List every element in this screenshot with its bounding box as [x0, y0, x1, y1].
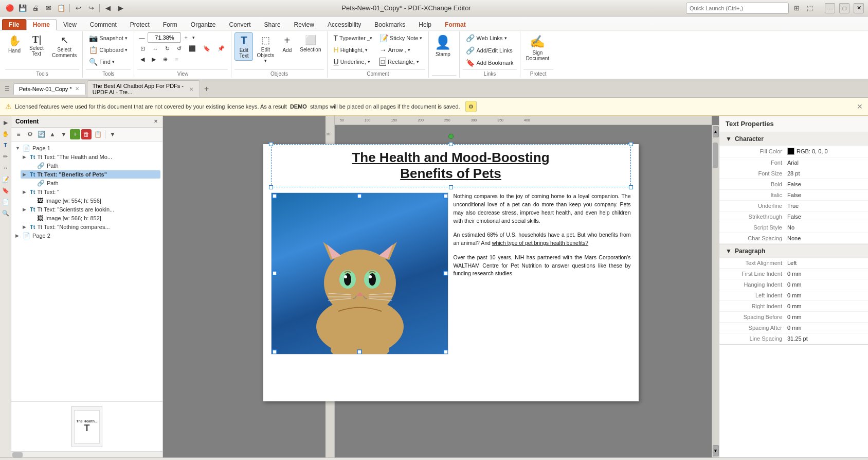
content-panel-scrollbar[interactable]	[11, 451, 162, 457]
sticky-note-button[interactable]: 📝 Sticky Note ▾	[376, 32, 426, 44]
tab-comment[interactable]: Comment	[83, 19, 123, 30]
tree-image-1[interactable]: 🖼 Image [w: 554; h: 556]	[28, 196, 160, 205]
forward-button[interactable]: ▶	[115, 3, 126, 14]
quick-launch-input[interactable]	[686, 3, 789, 14]
tab-bookmarks[interactable]: Bookmarks	[368, 19, 412, 30]
view-btn8[interactable]: ◀	[137, 55, 148, 64]
left-tool-6[interactable]: 🔖	[1, 186, 10, 195]
tree-page-1[interactable]: ▼ 📄 Page 1	[13, 144, 160, 153]
underline-button[interactable]: U Underline, ▾	[331, 56, 375, 67]
view-btn5[interactable]: ⬛	[186, 44, 199, 54]
tree-path-2[interactable]: 🔗 Path	[28, 179, 160, 188]
rectangle-button[interactable]: □ Rectangle, ▾	[376, 56, 426, 67]
highlight-button[interactable]: H Highlight, ▾	[331, 44, 375, 56]
tree-image-2[interactable]: 🖼 Image [w: 566; h: 852]	[28, 214, 160, 223]
ct-btn-collapse[interactable]: ▼	[107, 129, 118, 139]
left-tool-7[interactable]: 📄	[1, 197, 10, 206]
tab-home[interactable]: Home	[26, 19, 57, 30]
ct-btn-add[interactable]: +	[70, 129, 80, 139]
back-button[interactable]: ◀	[102, 3, 114, 14]
zoom-dropdown-button[interactable]: ▾	[191, 33, 196, 42]
arrow-button[interactable]: → Arrow , ▾	[376, 44, 426, 56]
view-btn9[interactable]: ▶	[149, 55, 159, 64]
scroll-down-button[interactable]: ▼	[713, 445, 719, 456]
zoom-input[interactable]	[148, 32, 181, 43]
ct-btn-down[interactable]: ▼	[59, 129, 69, 139]
ct-btn-1[interactable]: ≡	[13, 129, 24, 139]
close-button[interactable]: ✕	[854, 3, 864, 13]
rotation-handle[interactable]	[448, 134, 454, 139]
warning-settings-button[interactable]: ⚙	[465, 101, 477, 112]
viewport-scrollbar[interactable]: ▲ ▼	[712, 125, 719, 457]
add-bookmark-button[interactable]: 🔖 Add Bookmark	[463, 57, 516, 68]
web-links-button[interactable]: 🔗 Web Links ▾	[463, 32, 510, 44]
left-tool-4[interactable]: ↔	[1, 163, 10, 172]
page-thumbnail[interactable]: The Health...T	[71, 406, 102, 447]
view-btn10[interactable]: ⊕	[160, 55, 171, 64]
clipboard-button[interactable]: 📋 Clipboard ▾	[86, 44, 131, 56]
edit-objects-button[interactable]: ⬚ EditObjects ▾	[254, 32, 277, 65]
minimize-button[interactable]: —	[825, 3, 835, 13]
left-tool-1[interactable]: ▶	[1, 118, 10, 127]
tab-protect[interactable]: Protect	[123, 19, 156, 30]
fill-color-swatch[interactable]	[787, 148, 794, 155]
left-tool-hand[interactable]: ✋	[1, 129, 10, 138]
zoom-in-button[interactable]: +	[183, 33, 189, 42]
tab-accessibility[interactable]: Accessibility	[321, 19, 368, 30]
add-edit-links-button[interactable]: 🔗 Add/Edit Links	[463, 45, 515, 56]
hand-tool-button[interactable]: ✋ Hand	[5, 32, 24, 56]
undo-button[interactable]: ↩	[73, 3, 84, 14]
paragraph-section-header[interactable]: ▼ Paragraph	[719, 244, 868, 258]
document-tab-2[interactable]: The Best AI Chatbot App For PDFs - UPDF …	[87, 80, 200, 97]
print-button[interactable]: 🖨	[30, 3, 41, 14]
ct-btn-3[interactable]: 🔄	[36, 129, 46, 139]
ct-btn-2[interactable]: ⚙	[25, 129, 35, 139]
email-button[interactable]: ✉	[43, 3, 54, 14]
tree-text-nothing[interactable]: ▶ Tt Tt Text: "Nothing compares...	[21, 223, 160, 231]
scroll-up-button[interactable]: ▲	[713, 126, 719, 137]
select-text-button[interactable]: T SelectText	[25, 32, 48, 59]
view-btn7[interactable]: 📌	[214, 44, 228, 54]
left-tool-8[interactable]: 🔍	[1, 208, 10, 218]
tree-text-scientists[interactable]: ▶ Tt Tt Text: "Scientists are lookin...	[21, 205, 160, 214]
tab2-close-button[interactable]: ✕	[188, 86, 194, 92]
stamp-button[interactable]: 👤 Stamp	[432, 32, 454, 59]
new-tab-button[interactable]: +	[201, 83, 212, 95]
ct-btn-copy[interactable]: 📋	[93, 129, 103, 139]
redo-button[interactable]: ↪	[85, 3, 97, 14]
stamp-button[interactable]: 📋	[56, 3, 67, 14]
rotate-ccw-button[interactable]: ↺	[174, 44, 185, 54]
add-button[interactable]: + Add	[278, 32, 296, 55]
tab-file[interactable]: File	[2, 19, 26, 30]
snapshot-button[interactable]: 📷 Snapshot ▾	[86, 32, 130, 44]
zoom-out-button[interactable]: —	[137, 33, 146, 42]
fit-width-button[interactable]: ↔	[149, 44, 161, 54]
tree-path-1[interactable]: 🔗 Path	[28, 161, 160, 170]
left-tool-select[interactable]: T	[1, 140, 10, 150]
typewriter-button[interactable]: T Typewriter _▾	[331, 32, 375, 44]
left-tool-5[interactable]: 📝	[1, 174, 10, 184]
sign-document-button[interactable]: ✍ SignDocument	[523, 32, 552, 63]
maximize-button[interactable]: □	[839, 3, 849, 13]
tab-format[interactable]: Format	[438, 19, 473, 30]
selection-button[interactable]: ⬜ Selection	[297, 32, 323, 55]
tab-review[interactable]: Review	[287, 19, 321, 30]
screen-icon[interactable]: ⬚	[804, 3, 816, 14]
tab-view[interactable]: View	[57, 19, 83, 30]
left-tool-3[interactable]: ✏	[1, 152, 10, 161]
layout-icon[interactable]: ⊞	[791, 3, 802, 14]
tab-convert[interactable]: Convert	[223, 19, 258, 30]
ct-btn-delete[interactable]: 🗑	[81, 129, 92, 139]
tab-organize[interactable]: Organize	[184, 19, 223, 30]
tab-list-button[interactable]: ☰	[2, 83, 12, 95]
document-viewport[interactable]: 30 60 90 120 150 180 210 240 270 50 100 …	[163, 116, 719, 457]
scroll-track[interactable]	[712, 138, 719, 444]
tree-page-2[interactable]: ▶ 📄 Page 2	[13, 231, 160, 240]
tab-form[interactable]: Form	[156, 19, 184, 30]
view-btn11[interactable]: ≡	[172, 55, 181, 64]
select-comments-button[interactable]: ↖ SelectComments	[49, 32, 79, 60]
character-section-header[interactable]: ▼ Character	[719, 132, 868, 146]
rotate-cw-button[interactable]: ↻	[162, 44, 173, 54]
fit-page-button[interactable]: ⊡	[137, 44, 148, 54]
tab1-close-button[interactable]: ✕	[74, 86, 80, 92]
